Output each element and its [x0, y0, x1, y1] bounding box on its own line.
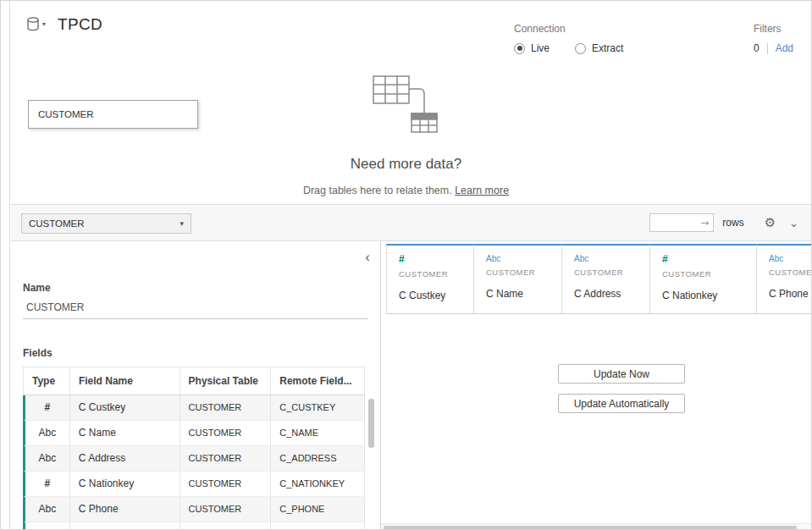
string-type-icon: Abc — [25, 421, 70, 445]
field-name-cell: C Name — [70, 421, 180, 445]
table-select-dropdown[interactable]: CUSTOMER ▾ — [21, 213, 191, 234]
number-type-icon: # — [662, 254, 756, 265]
fields-table-header: Type Field Name Physical Table Remote Fi… — [23, 367, 365, 395]
update-automatically-button[interactable]: Update Automatically — [558, 394, 685, 413]
grid-column-c-address[interactable]: Abc CUSTOMER C Address — [562, 244, 650, 314]
physical-table-cell: CUSTOMER — [180, 497, 272, 522]
fields-table: Type Field Name Physical Table Remote Fi… — [23, 367, 365, 530]
connection-label: Connection — [514, 23, 623, 35]
grid-column-table: CUSTOMER — [574, 268, 649, 277]
datasource-title: TPCD — [58, 15, 102, 34]
remote-field-cell: C_ADDRESS — [271, 446, 365, 471]
physical-table-cell: CUSTOMER — [180, 421, 272, 445]
column-header-type: Type — [24, 367, 70, 395]
grid-column-c-phone[interactable]: Abc CUSTOMER C Phone — [757, 244, 811, 314]
table-chip-customer[interactable]: CUSTOMER — [28, 100, 198, 129]
string-type-icon: Abc — [769, 254, 811, 263]
grid-horizontal-scrollbar-track — [381, 523, 811, 530]
radio-unselected-icon — [575, 43, 586, 54]
grid-column-field: C Nationkey — [662, 290, 756, 301]
field-metadata-panel: ‹ Name CUSTOMER Fields Type Field Name P… — [11, 241, 381, 530]
name-label: Name — [23, 282, 51, 294]
data-grid-header: # CUSTOMER C Custkey Abc CUSTOMER C Name… — [386, 244, 811, 314]
update-now-button[interactable]: Update Now — [558, 364, 685, 384]
grid-column-table: CUSTOMER — [769, 268, 811, 277]
empty-cell — [70, 522, 180, 530]
empty-cell — [180, 522, 272, 530]
number-type-icon: # — [25, 395, 70, 420]
field-name-cell: C Custkey — [70, 395, 180, 420]
empty-cell — [25, 522, 70, 530]
rows-label: rows — [722, 217, 743, 229]
column-header-physical-table: Physical Table — [180, 367, 272, 395]
tables-illustration-icon — [371, 74, 456, 136]
caret-down-icon: ▾ — [42, 21, 46, 28]
gear-icon[interactable]: ⚙ — [765, 217, 776, 229]
fields-table-scrollbar[interactable] — [368, 399, 374, 448]
chevron-down-icon[interactable]: ⌄ — [789, 218, 798, 229]
table-row[interactable]: # C Nationkey CUSTOMER C_NATIONKEY — [23, 472, 365, 497]
physical-table-cell: CUSTOMER — [180, 446, 272, 471]
table-select-value: CUSTOMER — [29, 218, 85, 229]
rows-limit-input[interactable] — [650, 214, 713, 231]
filters-add-link[interactable]: Add — [776, 42, 793, 54]
remote-field-cell: C_PHONE — [271, 497, 365, 522]
radio-label-extract: Extract — [592, 42, 623, 54]
grid-column-c-nationkey[interactable]: # CUSTOMER C Nationkey — [650, 244, 757, 314]
radio-selected-icon — [514, 43, 525, 54]
string-type-icon: Abc — [25, 446, 70, 471]
datasource-page: ▾ TPCD Connection Live Extract Filters 0 — [0, 0, 812, 530]
empty-cell — [271, 522, 365, 530]
empty-state-subtitle-text: Drag tables here to relate them. — [303, 185, 452, 196]
connection-live-radio[interactable]: Live — [514, 42, 550, 54]
top-section: ▾ TPCD Connection Live Extract Filters 0 — [11, 1, 811, 204]
connection-extract-radio[interactable]: Extract — [575, 42, 623, 54]
datagrid-toolbar: CUSTOMER ▾ → rows ⚙ ⌄ — [11, 204, 811, 241]
connection-section: Connection Live Extract — [514, 23, 623, 54]
filters-section: Filters 0 Add — [754, 23, 793, 54]
remote-field-cell: C_NATIONKEY — [271, 472, 365, 496]
grid-column-table: CUSTOMER — [399, 269, 473, 279]
physical-table-cell: CUSTOMER — [180, 395, 272, 420]
remote-field-cell: C_NAME — [271, 421, 365, 445]
table-row[interactable]: # C Custkey CUSTOMER C_CUSTKEY — [23, 395, 365, 421]
column-header-field-name: Field Name — [70, 367, 180, 395]
table-row[interactable]: Abc C Name CUSTOMER C_NAME — [23, 421, 365, 446]
table-row-clipped — [23, 522, 365, 530]
string-type-icon: Abc — [25, 497, 70, 522]
toolbar-right-controls: → rows ⚙ ⌄ — [649, 213, 798, 232]
radio-label-live: Live — [531, 42, 550, 54]
connection-radios: Live Extract — [514, 42, 623, 54]
database-icon — [26, 16, 40, 32]
grid-column-c-name[interactable]: Abc CUSTOMER C Name — [474, 244, 562, 314]
filters-divider — [767, 43, 768, 54]
grid-column-c-custkey[interactable]: # CUSTOMER C Custkey — [386, 244, 474, 314]
field-name-cell: C Nationkey — [70, 472, 180, 496]
string-type-icon: Abc — [574, 254, 649, 263]
fields-label: Fields — [23, 347, 52, 359]
grid-column-field: C Custkey — [399, 290, 473, 301]
column-header-remote-field: Remote Field... — [271, 367, 365, 395]
grid-column-field: C Phone — [769, 288, 811, 300]
table-row[interactable]: Abc C Phone CUSTOMER C_PHONE — [23, 497, 365, 522]
filters-row: 0 Add — [754, 42, 793, 54]
caret-down-icon: ▾ — [180, 214, 184, 233]
number-type-icon: # — [25, 472, 70, 496]
grid-column-field: C Name — [486, 288, 561, 300]
grid-horizontal-scrollbar[interactable] — [384, 526, 797, 530]
rows-limit-box: → — [649, 213, 714, 232]
remote-field-cell: C_CUSTKEY — [271, 395, 365, 420]
table-row[interactable]: Abc C Address CUSTOMER C_ADDRESS — [23, 446, 365, 472]
collapse-panel-icon[interactable]: ‹ — [365, 250, 370, 264]
empty-state-title: Need more data? — [11, 156, 801, 173]
empty-state-subtitle: Drag tables here to relate them. Learn m… — [11, 185, 801, 196]
grid-column-table: CUSTOMER — [662, 269, 756, 279]
physical-table-cell: CUSTOMER — [180, 472, 272, 496]
datasource-menu-button[interactable]: ▾ — [25, 14, 47, 34]
field-name-cell: C Address — [70, 446, 180, 471]
name-input[interactable]: CUSTOMER — [23, 295, 368, 319]
field-name-cell: C Phone — [70, 497, 180, 522]
number-type-icon: # — [399, 254, 473, 265]
learn-more-link[interactable]: Learn more — [455, 185, 509, 196]
app-header: ▾ TPCD — [25, 14, 102, 34]
